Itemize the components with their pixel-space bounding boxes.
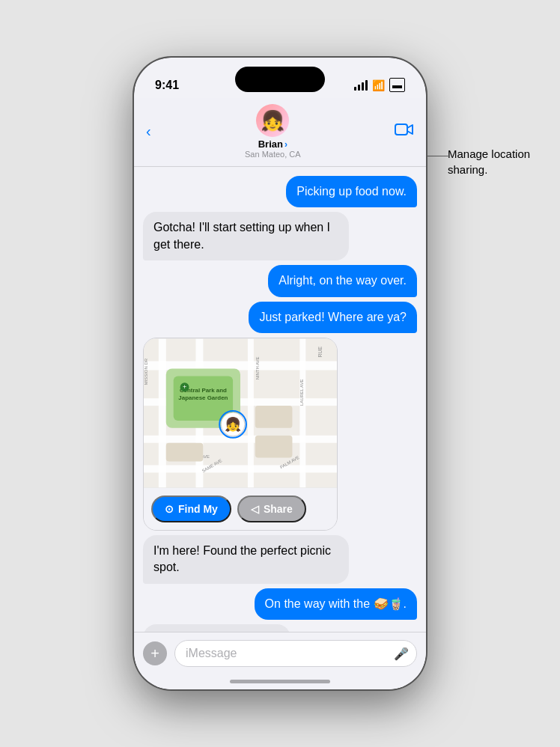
home-indicator xyxy=(230,680,330,683)
phone-screen: 9:41 📶 ▬ ‹ xyxy=(134,58,426,689)
find-my-icon: ⊙ xyxy=(165,503,174,515)
signal-bar-4 xyxy=(365,80,368,91)
find-my-button[interactable]: ⊙ Find My xyxy=(151,496,231,522)
message-bubble-sent: Alright, on the way over. xyxy=(268,265,417,296)
contact-name-text: Brian xyxy=(258,138,283,150)
map-image: Central Park and Japanese Garden + RUE M… xyxy=(144,338,337,488)
svg-text:👧: 👧 xyxy=(225,416,242,433)
svg-rect-26 xyxy=(255,406,293,428)
wifi-icon: 📶 xyxy=(372,79,385,91)
back-button[interactable]: ‹ xyxy=(146,123,151,140)
svg-text:RUE: RUE xyxy=(317,347,323,358)
svg-rect-28 xyxy=(166,443,204,462)
svg-rect-9 xyxy=(299,339,305,487)
message-bubble-received: Gotcha! I'll start setting up when I get… xyxy=(143,212,349,260)
message-bubble-received: I'm here! Found the perfect picnic spot. xyxy=(143,535,349,584)
svg-text:Japanese Garden: Japanese Garden xyxy=(178,394,228,401)
message-bubble-sent: On the way with the 🥪🧋. xyxy=(255,588,417,620)
svg-rect-4 xyxy=(144,436,337,443)
annotation-text: Manage location sharing. xyxy=(448,146,553,177)
contact-name: Brian › xyxy=(258,138,287,150)
back-chevron-icon: ‹ xyxy=(146,123,151,140)
message-input-field[interactable]: iMessage 🎤 xyxy=(174,640,417,667)
message-row: Thank you! So hungry... xyxy=(143,624,417,632)
svg-text:LAUREL AVE: LAUREL AVE xyxy=(299,379,304,406)
svg-text:+: + xyxy=(183,383,186,391)
svg-rect-5 xyxy=(144,465,337,472)
signal-bar-3 xyxy=(362,82,364,91)
message-row: Central Park and Japanese Garden + RUE M… xyxy=(143,338,417,531)
battery-icon: ▬ xyxy=(389,78,405,92)
add-button[interactable]: + xyxy=(143,641,167,665)
share-label: Share xyxy=(264,503,293,515)
contact-info[interactable]: 👧 Brian › San Mateo, CA xyxy=(245,104,301,159)
add-icon: + xyxy=(150,645,159,662)
message-row: I'm here! Found the perfect picnic spot. xyxy=(143,535,417,584)
svg-rect-6 xyxy=(159,339,166,487)
svg-rect-8 xyxy=(248,339,254,487)
message-bubble-received: Thank you! So hungry... xyxy=(143,624,290,632)
dynamic-island xyxy=(235,67,325,92)
message-row: Just parked! Where are ya? xyxy=(143,302,417,333)
svg-text:MISSION DR: MISSION DR xyxy=(144,358,148,385)
messages-area: Picking up food now. Gotcha! I'll start … xyxy=(134,167,426,632)
map-svg: Central Park and Japanese Garden + RUE M… xyxy=(144,338,337,488)
input-placeholder: iMessage xyxy=(186,647,237,660)
avatar: 👧 xyxy=(256,104,289,137)
phone-frame: 9:41 📶 ▬ ‹ xyxy=(134,58,426,689)
svg-rect-0 xyxy=(395,124,407,135)
message-row: Alright, on the way over. xyxy=(143,265,417,296)
status-icons: 📶 ▬ xyxy=(354,78,405,92)
status-time: 9:41 xyxy=(155,79,179,92)
svg-rect-27 xyxy=(255,436,293,458)
video-call-button[interactable] xyxy=(395,122,414,141)
phone-wrapper: Manage location sharing. 9:41 📶 xyxy=(0,0,560,747)
nav-bar: ‹ 👧 Brian › San Mateo, CA xyxy=(134,98,426,167)
map-buttons: ⊙ Find My ◁ Share xyxy=(144,488,337,530)
message-bubble-sent: Just parked! Where are ya? xyxy=(249,302,417,333)
avatar-emoji: 👧 xyxy=(261,111,284,130)
share-icon: ◁ xyxy=(251,503,259,515)
contact-name-chevron: › xyxy=(284,139,287,150)
map-bubble[interactable]: Central Park and Japanese Garden + RUE M… xyxy=(143,338,338,531)
message-row: Picking up food now. xyxy=(143,176,417,207)
signal-bars-icon xyxy=(354,80,368,91)
message-row: On the way with the 🥪🧋. xyxy=(143,588,417,620)
message-row: Gotcha! I'll start setting up when I get… xyxy=(143,212,417,260)
find-my-label: Find My xyxy=(178,503,218,515)
signal-bar-2 xyxy=(358,85,360,91)
mic-icon[interactable]: 🎤 xyxy=(394,647,409,661)
signal-bar-1 xyxy=(354,87,356,91)
svg-text:NINTH AVE: NINTH AVE xyxy=(255,356,260,379)
message-bubble-sent: Picking up food now. xyxy=(286,176,417,207)
video-icon xyxy=(395,122,414,137)
contact-location: San Mateo, CA xyxy=(245,150,301,159)
share-location-button[interactable]: ◁ Share xyxy=(237,496,306,522)
